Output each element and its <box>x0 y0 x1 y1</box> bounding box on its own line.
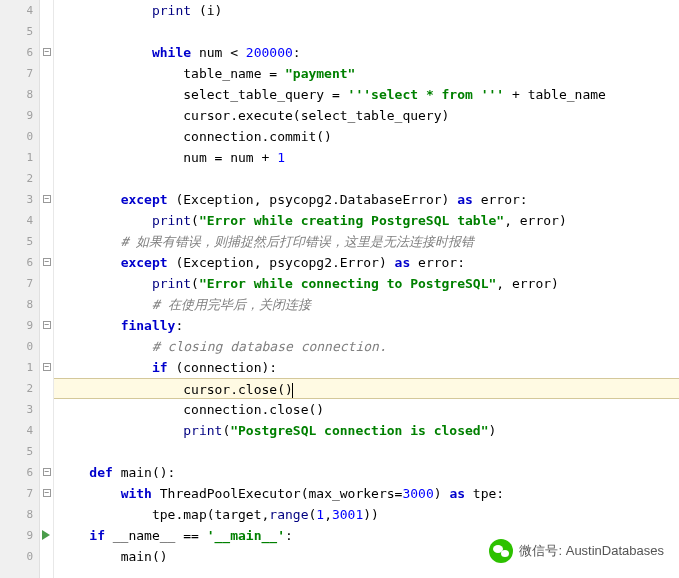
fold-cell <box>40 147 53 168</box>
token-num: 1 <box>277 150 285 165</box>
fold-toggle-icon[interactable]: − <box>43 48 51 56</box>
fold-cell: − <box>40 483 53 504</box>
fold-cell <box>40 546 53 567</box>
code-line[interactable]: except (Exception, psycopg2.DatabaseErro… <box>54 189 679 210</box>
fold-toggle-icon[interactable]: − <box>43 363 51 371</box>
token-nm: (): <box>152 465 175 480</box>
code-line[interactable]: def main(): <box>54 462 679 483</box>
line-number: 9 <box>0 315 39 336</box>
line-number-gutter: 456789012345678901234567890 <box>0 0 40 578</box>
code-line[interactable] <box>54 21 679 42</box>
token-str: "PostgreSQL connection is closed" <box>230 423 488 438</box>
token-fn: main <box>121 465 152 480</box>
token-bi: print <box>152 213 191 228</box>
token-kw: def <box>89 465 120 480</box>
token-str: '''select * from ''' <box>348 87 505 102</box>
line-number: 9 <box>0 105 39 126</box>
code-line[interactable]: tpe.map(target,range(1,3001)) <box>54 504 679 525</box>
token-kw: as <box>457 192 480 207</box>
code-line[interactable]: select_table_query = '''select * from ''… <box>54 84 679 105</box>
token-nm: num = num + <box>183 150 277 165</box>
line-number: 0 <box>0 126 39 147</box>
line-number: 9 <box>0 525 39 546</box>
fold-toggle-icon[interactable]: − <box>43 258 51 266</box>
code-line[interactable]: num = num + 1 <box>54 147 679 168</box>
wechat-icon <box>489 539 513 563</box>
code-line[interactable]: print("Error while creating PostgreSQL t… <box>54 210 679 231</box>
token-kw: as <box>449 486 472 501</box>
code-line[interactable]: with ThreadPoolExecutor(max_workers=3000… <box>54 483 679 504</box>
code-line[interactable]: table_name = "payment" <box>54 63 679 84</box>
code-line[interactable] <box>54 168 679 189</box>
line-number: 0 <box>0 546 39 567</box>
token-nm: (connection): <box>175 360 277 375</box>
code-line[interactable]: # 在使用完毕后，关闭连接 <box>54 294 679 315</box>
token-nm: select_table_query = <box>183 87 347 102</box>
token-bi: print <box>183 423 222 438</box>
fold-toggle-icon[interactable]: − <box>43 195 51 203</box>
token-nm: : <box>293 45 301 60</box>
code-line[interactable]: while num < 200000: <box>54 42 679 63</box>
token-nm: cursor.execute(select_table_query) <box>183 108 449 123</box>
fold-column: −−−−−−− <box>40 0 54 578</box>
token-num: 1 <box>316 507 324 522</box>
token-num: 3000 <box>402 486 433 501</box>
code-line[interactable]: connection.close() <box>54 399 679 420</box>
run-icon[interactable] <box>42 530 50 540</box>
token-kw: except <box>121 192 176 207</box>
line-number: 3 <box>0 189 39 210</box>
token-nm: ) <box>434 486 450 501</box>
code-area[interactable]: print (i) while num < 200000: table_name… <box>54 0 679 578</box>
token-nm: error: <box>418 255 465 270</box>
fold-cell <box>40 231 53 252</box>
line-number: 4 <box>0 420 39 441</box>
code-line[interactable]: finally: <box>54 315 679 336</box>
line-number: 4 <box>0 210 39 231</box>
line-number: 1 <box>0 147 39 168</box>
code-line[interactable]: # closing database connection. <box>54 336 679 357</box>
token-nm: )) <box>363 507 379 522</box>
token-kw: while <box>152 45 199 60</box>
fold-toggle-icon[interactable]: − <box>43 489 51 497</box>
code-line[interactable]: connection.commit() <box>54 126 679 147</box>
token-com: # 在使用完毕后，关闭连接 <box>152 297 311 312</box>
line-number: 0 <box>0 336 39 357</box>
token-kw: except <box>121 255 176 270</box>
code-line[interactable]: print("PostgreSQL connection is closed") <box>54 420 679 441</box>
token-nm: max_workers <box>308 486 394 501</box>
code-editor[interactable]: 456789012345678901234567890 −−−−−−− prin… <box>0 0 679 578</box>
code-line[interactable]: except (Exception, psycopg2.Error) as er… <box>54 252 679 273</box>
fold-toggle-icon[interactable]: − <box>43 468 51 476</box>
token-nm: num < <box>199 45 246 60</box>
code-line[interactable]: # 如果有错误，则捕捉然后打印错误，这里是无法连接时报错 <box>54 231 679 252</box>
watermark: 微信号: AustinDatabases <box>489 539 664 563</box>
code-line[interactable]: cursor.close() <box>54 378 679 399</box>
code-line[interactable] <box>54 441 679 462</box>
token-num: 3001 <box>332 507 363 522</box>
text-cursor <box>292 383 293 398</box>
code-line[interactable]: cursor.execute(select_table_query) <box>54 105 679 126</box>
token-bi: print <box>152 3 191 18</box>
token-nm: connection.close() <box>183 402 324 417</box>
token-nm: tpe: <box>473 486 504 501</box>
line-number: 6 <box>0 252 39 273</box>
fold-cell: − <box>40 189 53 210</box>
token-str: "payment" <box>285 66 355 81</box>
fold-toggle-icon[interactable]: − <box>43 321 51 329</box>
code-line[interactable]: if (connection): <box>54 357 679 378</box>
line-number: 6 <box>0 42 39 63</box>
token-nm: error: <box>481 192 528 207</box>
token-nm: ) <box>488 423 496 438</box>
code-line[interactable]: print("Error while connecting to Postgre… <box>54 273 679 294</box>
fold-cell <box>40 420 53 441</box>
line-number: 8 <box>0 84 39 105</box>
fold-cell <box>40 273 53 294</box>
token-str: "Error while connecting to PostgreSQL" <box>199 276 496 291</box>
code-line[interactable]: print (i) <box>54 0 679 21</box>
fold-cell <box>40 336 53 357</box>
token-bi: range <box>269 507 308 522</box>
token-bi: print <box>152 276 191 291</box>
fold-cell <box>40 504 53 525</box>
line-number: 8 <box>0 294 39 315</box>
token-nm: tpe.map(target, <box>152 507 269 522</box>
